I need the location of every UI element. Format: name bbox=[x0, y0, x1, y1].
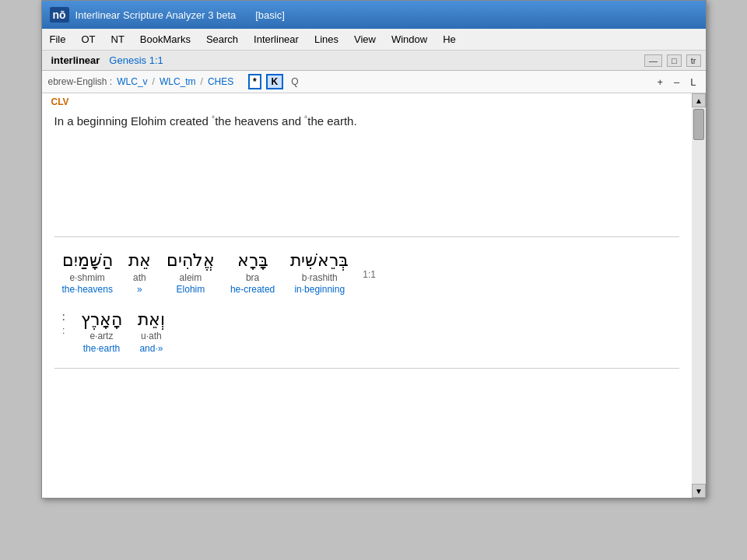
scroll-track[interactable] bbox=[692, 107, 706, 484]
sep2: / bbox=[201, 76, 203, 87]
menu-file[interactable]: File bbox=[42, 30, 74, 48]
word-group-7: הָאָרֶץ e·artz the·earth bbox=[81, 309, 122, 355]
word-trans-1: b·rashith bbox=[302, 272, 338, 285]
wlc-tm-link[interactable]: WLC_tm bbox=[160, 76, 196, 87]
menu-interlinear[interactable]: Interlinear bbox=[246, 30, 307, 48]
word-trans-6: u·ath bbox=[141, 331, 162, 343]
tab-location[interactable]: Genesis 1:1 bbox=[109, 54, 163, 66]
ches-link[interactable]: CHES bbox=[208, 76, 233, 87]
word-hebrew-6[interactable]: וְאֵת bbox=[138, 309, 165, 331]
word-trans-2: bra bbox=[246, 272, 259, 285]
word-gloss-4[interactable]: » bbox=[137, 284, 142, 296]
scroll-up-arrow[interactable]: ▲ bbox=[692, 93, 706, 107]
clv-label: CLV bbox=[42, 93, 692, 109]
wlc-v-link[interactable]: WLC_v bbox=[117, 76, 147, 87]
scroll-down-arrow[interactable]: ▼ bbox=[692, 484, 706, 498]
word-gloss-5[interactable]: the·heavens bbox=[62, 284, 113, 296]
word-gloss-2[interactable]: he-created bbox=[230, 284, 275, 296]
zoom-minus-button[interactable]: – bbox=[671, 76, 682, 88]
verse-container: 1:1 בְּרֵאשִׁית b·rashith in·beginning ב… bbox=[42, 243, 692, 362]
word-group-4: אֵת ath » bbox=[128, 250, 151, 296]
menu-bar: File OT NT BookMarks Search Interlinear … bbox=[42, 29, 706, 51]
app-icon: nō bbox=[50, 7, 69, 23]
app-mode: [basic] bbox=[255, 9, 285, 21]
content-area: CLV In a beginning Elohim created ᵃthe h… bbox=[42, 93, 706, 498]
word-gloss-7[interactable]: the·earth bbox=[83, 343, 120, 355]
q-button[interactable]: Q bbox=[288, 75, 301, 88]
verse-number: 1:1 bbox=[363, 266, 376, 280]
menu-lines[interactable]: Lines bbox=[307, 30, 346, 48]
minimize-button[interactable]: — bbox=[644, 54, 662, 67]
tab-label: interlinear bbox=[47, 53, 105, 68]
colon-bottom: - bbox=[62, 337, 65, 349]
word-group-5: הַשָּׁמַיִם e·shmim the·heavens bbox=[62, 250, 113, 296]
content-main: CLV In a beginning Elohim created ᵃthe h… bbox=[42, 93, 692, 498]
zoom-l-button[interactable]: L bbox=[687, 76, 699, 88]
tab-bar: interlinear Genesis 1:1 — □ tr bbox=[42, 51, 706, 71]
word-group-2: בָּרָא bra he-created bbox=[230, 250, 275, 296]
menu-search[interactable]: Search bbox=[198, 30, 246, 48]
menu-bookmarks[interactable]: BookMarks bbox=[132, 30, 198, 48]
word-gloss-6[interactable]: and·» bbox=[139, 343, 163, 355]
sep1: / bbox=[153, 76, 155, 87]
word-trans-3: aleim bbox=[180, 272, 202, 285]
lang-label: ebrew-English : bbox=[48, 76, 113, 87]
scroll-thumb[interactable] bbox=[693, 109, 704, 140]
menu-ot[interactable]: OT bbox=[73, 30, 103, 48]
menu-help[interactable]: He bbox=[435, 30, 464, 48]
title-bar: nō Interlinear Scripture Analyzer 3 beta… bbox=[42, 1, 706, 29]
app-window: nō Interlinear Scripture Analyzer 3 beta… bbox=[41, 0, 707, 499]
colon-mid: : bbox=[62, 325, 65, 338]
word-hebrew-3[interactable]: אֱלֹהִים bbox=[167, 250, 215, 272]
menu-window[interactable]: Window bbox=[384, 30, 435, 48]
k-button[interactable]: K bbox=[266, 74, 284, 89]
word-trans-5: e·shmim bbox=[70, 272, 105, 285]
word-gloss-1[interactable]: in·beginning bbox=[294, 284, 345, 296]
word-group-3: אֱלֹהִים aleim Elohim bbox=[167, 250, 215, 296]
translation-text: In a beginning Elohim created ᵃthe heave… bbox=[42, 109, 692, 137]
word-gloss-3[interactable]: Elohim bbox=[177, 284, 205, 296]
verse-divider-bottom bbox=[54, 368, 679, 369]
word-trans-7: e·artz bbox=[89, 331, 113, 343]
menu-nt[interactable]: NT bbox=[103, 30, 132, 48]
verse-divider-top bbox=[54, 236, 679, 237]
word-hebrew-1[interactable]: בְּרֵאשִׁית bbox=[290, 250, 349, 272]
word-hebrew-5[interactable]: הַשָּׁמַיִם bbox=[62, 250, 113, 272]
app-title: Interlinear Scripture Analyzer 3 beta bbox=[75, 9, 237, 21]
word-hebrew-7[interactable]: הָאָרֶץ bbox=[81, 309, 122, 331]
extra-button[interactable]: tr bbox=[686, 54, 701, 67]
word-hebrew-4[interactable]: אֵת bbox=[128, 250, 151, 272]
scrollbar: ▲ ▼ bbox=[692, 93, 706, 498]
word-trans-4: ath bbox=[133, 272, 146, 285]
word-group-1: בְּרֵאשִׁית b·rashith in·beginning bbox=[290, 250, 349, 296]
superscript-1: ᵃ bbox=[212, 114, 215, 122]
colon-top: : bbox=[62, 309, 65, 325]
colon-group: : : - bbox=[62, 309, 65, 349]
zoom-plus-button[interactable]: + bbox=[654, 76, 666, 88]
star-button[interactable]: * bbox=[248, 74, 261, 89]
word-group-6: וְאֵת u·ath and·» bbox=[138, 309, 165, 355]
word-hebrew-2[interactable]: בָּרָא bbox=[237, 250, 268, 272]
superscript-2: ᵃ bbox=[304, 114, 307, 122]
toolbar: ebrew-English : WLC_v / WLC_tm / CHES * … bbox=[42, 71, 706, 93]
menu-view[interactable]: View bbox=[346, 30, 384, 48]
maximize-button[interactable]: □ bbox=[667, 54, 682, 67]
